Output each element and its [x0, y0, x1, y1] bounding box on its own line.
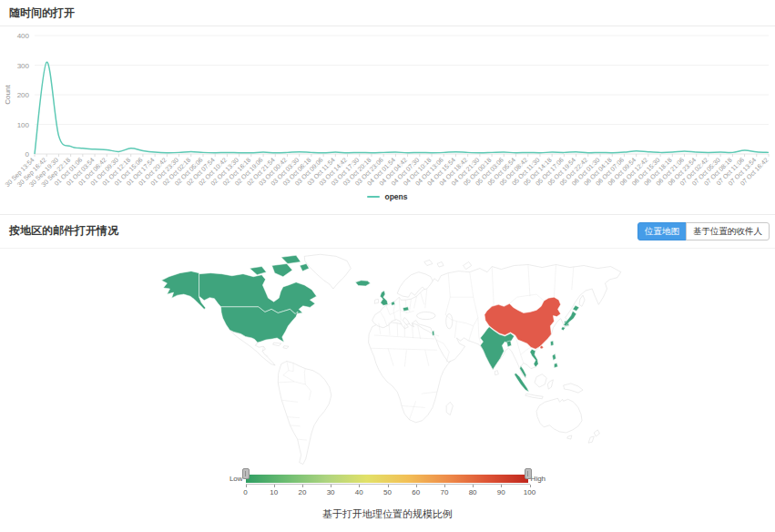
scale-tick — [416, 485, 417, 487]
region-bangladesh[interactable] — [506, 341, 511, 347]
scale-tick-label: 70 — [440, 488, 448, 496]
region-united-states[interactable] — [220, 306, 298, 342]
region-czechia[interactable] — [403, 306, 409, 311]
svg-text:200: 200 — [17, 91, 30, 99]
map-caption: 基于打开地理位置的规模比例 — [0, 507, 775, 521]
region-sumatra[interactable] — [514, 373, 528, 391]
y-tick-labels: 0100200300400 — [17, 32, 30, 159]
scale-tick-label: 100 — [524, 488, 535, 496]
region-israel[interactable] — [432, 330, 434, 335]
scale-tick — [246, 485, 247, 487]
region-hong-kong[interactable] — [540, 345, 543, 348]
landmass-australia — [536, 398, 582, 439]
scale-tick — [331, 485, 331, 487]
scale-tick — [274, 485, 275, 487]
scale-bar-wrap — [246, 475, 528, 483]
landmass-indonesia — [525, 373, 582, 398]
svg-text:100: 100 — [17, 121, 30, 129]
scale-tick-label: 40 — [355, 488, 363, 496]
svg-text:400: 400 — [17, 32, 30, 40]
region-canada-arctic-islands[interactable] — [250, 255, 309, 276]
recipients-by-location-button[interactable]: 基于位置的收件人 — [686, 222, 770, 240]
opens-legend-swatch — [367, 196, 380, 198]
y-axis-label: Count — [4, 85, 12, 105]
scale-tick-label: 10 — [270, 488, 278, 496]
map-view-toggle: 位置地图 基于位置的收件人 — [637, 222, 770, 240]
map-section-title: 按地区的邮件打开情况 — [9, 223, 118, 239]
scale-tick — [359, 485, 360, 487]
map-section-header: 按地区的邮件打开情况 位置地图 基于位置的收件人 — [0, 214, 775, 249]
scale-tick — [444, 485, 445, 487]
scale-high-label: High — [531, 475, 546, 483]
scale-tick — [388, 485, 389, 487]
landmass-sri-lanka — [495, 370, 498, 374]
x-axis-labels: 30 Sep 13:5430 Sep 16:4230 Sep 19:3030 S… — [4, 154, 769, 189]
line-chart-svg[interactable]: 0100200300400Count30 Sep 13:5430 Sep 16:… — [0, 26, 775, 192]
scale-tick — [501, 485, 502, 487]
scale-handle-high[interactable] — [525, 468, 532, 479]
region-malaysia[interactable] — [519, 365, 525, 377]
region-united-kingdom[interactable] — [380, 291, 388, 305]
landmass-madagascar — [446, 402, 453, 414]
landmass-greenland — [304, 254, 351, 289]
opens-chart-title: 随时间的打开 — [9, 5, 75, 21]
landmass-new-zealand — [588, 429, 599, 442]
scale-tick-label: 80 — [469, 488, 477, 496]
opens-line-chart: 0100200300400Count30 Sep 13:5430 Sep 16:… — [0, 26, 775, 203]
landmass-arctic-islands — [423, 260, 471, 269]
region-philippines[interactable] — [552, 353, 557, 367]
gradient-bar — [246, 475, 528, 483]
location-map-button[interactable]: 位置地图 — [637, 222, 687, 240]
scale-tick-label: 50 — [383, 488, 392, 496]
opens-section-header: 随时间的打开 — [0, 0, 775, 26]
landmass-ireland — [374, 299, 379, 303]
opens-series-line[interactable] — [35, 62, 769, 154]
scale-tick-label: 20 — [298, 488, 306, 496]
opens-legend-label: opens — [384, 192, 407, 201]
y-gridlines — [35, 36, 769, 154]
landmass-caribbean — [272, 343, 288, 349]
scale-tick — [473, 485, 474, 487]
scale-tick-label: 0 — [243, 488, 247, 496]
scale-tick — [302, 485, 303, 487]
svg-text:300: 300 — [17, 62, 30, 70]
region-iceland[interactable] — [355, 280, 370, 285]
landmass-sakhalin — [578, 295, 584, 306]
scale-tick-label: 60 — [412, 488, 420, 496]
chart-legend[interactable]: opens — [0, 190, 775, 203]
scale-tick — [530, 485, 531, 487]
world-map[interactable] — [147, 252, 629, 471]
region-netherlands[interactable] — [391, 301, 394, 305]
map-scale-legend: Low High — [0, 475, 775, 483]
scale-handle-low[interactable] — [242, 468, 250, 479]
black-sea — [416, 312, 434, 319]
scale-axis: 0102030405060708090100 — [246, 484, 530, 499]
region-taiwan[interactable] — [550, 341, 554, 346]
scale-low-label: Low — [229, 475, 243, 483]
scale-tick-label: 90 — [497, 488, 505, 496]
scale-tick-label: 30 — [327, 488, 335, 496]
